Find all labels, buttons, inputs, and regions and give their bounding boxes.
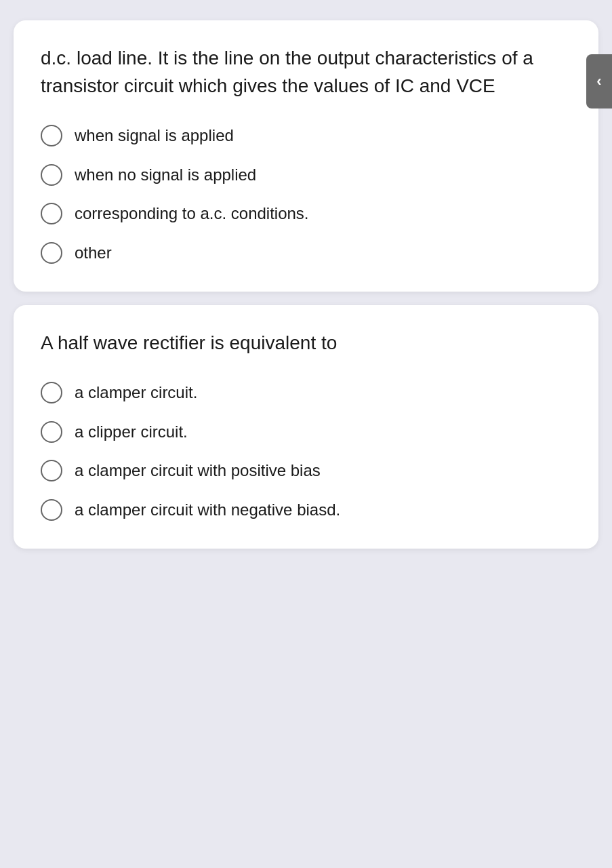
option-item-q1-4[interactable]: other xyxy=(41,241,571,264)
option-item-q2-1[interactable]: a clamper circuit. xyxy=(41,381,571,404)
option-label-q1-3: corresponding to a.c. conditions. xyxy=(75,202,309,225)
question-text-1: d.c. load line. It is the line on the ou… xyxy=(41,45,571,100)
options-list-2: a clamper circuit. a clipper circuit. a … xyxy=(41,381,571,521)
options-list-1: when signal is applied when no signal is… xyxy=(41,124,571,264)
option-item-q1-1[interactable]: when signal is applied xyxy=(41,124,571,147)
sidebar-toggle-button[interactable]: ‹ xyxy=(586,54,612,108)
chevron-left-icon: ‹ xyxy=(596,73,601,90)
option-label-q1-4: other xyxy=(75,241,112,264)
radio-q2-2[interactable] xyxy=(41,421,62,443)
option-item-q1-2[interactable]: when no signal is applied xyxy=(41,163,571,186)
page-container: d.c. load line. It is the line on the ou… xyxy=(14,20,598,549)
radio-q2-3[interactable] xyxy=(41,460,62,481)
option-label-q2-1: a clamper circuit. xyxy=(75,381,197,404)
radio-q1-4[interactable] xyxy=(41,242,62,264)
question-text-2: A half wave rectifier is equivalent to xyxy=(41,330,571,357)
option-item-q2-2[interactable]: a clipper circuit. xyxy=(41,420,571,443)
radio-q1-3[interactable] xyxy=(41,203,62,224)
option-label-q1-1: when signal is applied xyxy=(75,124,234,147)
option-item-q2-4[interactable]: a clamper circuit with negative biasd. xyxy=(41,498,571,521)
option-label-q2-3: a clamper circuit with positive bias xyxy=(75,459,321,482)
option-item-q2-3[interactable]: a clamper circuit with positive bias xyxy=(41,459,571,482)
option-label-q2-4: a clamper circuit with negative biasd. xyxy=(75,498,340,521)
option-item-q1-3[interactable]: corresponding to a.c. conditions. xyxy=(41,202,571,225)
radio-q2-4[interactable] xyxy=(41,499,62,521)
option-label-q2-2: a clipper circuit. xyxy=(75,420,188,443)
radio-q1-1[interactable] xyxy=(41,125,62,146)
radio-q2-1[interactable] xyxy=(41,382,62,403)
option-label-q1-2: when no signal is applied xyxy=(75,163,256,186)
radio-q1-2[interactable] xyxy=(41,164,62,186)
question-card-2: A half wave rectifier is equivalent to a… xyxy=(14,305,598,549)
question-card-1: d.c. load line. It is the line on the ou… xyxy=(14,20,598,292)
